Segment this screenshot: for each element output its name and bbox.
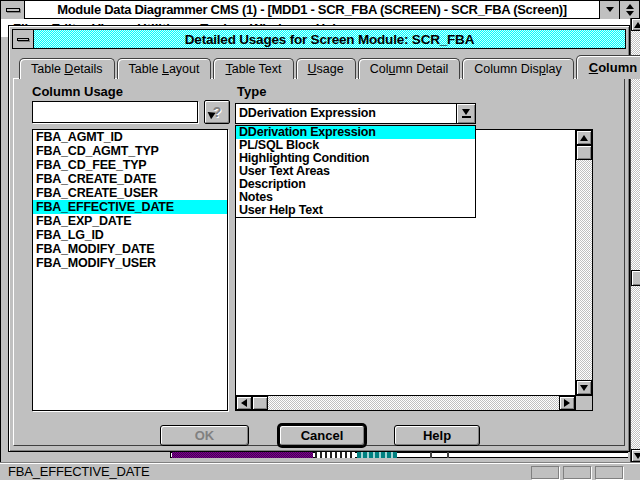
list-item[interactable]: FBA_CD_AGMT_TYP bbox=[33, 144, 227, 158]
question-pointer-icon: ? bbox=[213, 104, 222, 120]
type-dropdown-list: DDerivation Expression PL/SQL Block High… bbox=[235, 125, 476, 218]
dropdown-arrow-underline bbox=[462, 116, 471, 118]
background-tick bbox=[430, 452, 432, 458]
list-item[interactable]: FBA_CREATE_USER bbox=[33, 186, 227, 200]
dropdown-option[interactable]: User Help Text bbox=[236, 204, 475, 217]
restore-button[interactable] bbox=[619, 1, 639, 19]
app-title: Module Data Diagrammer CMS (1) - [MDD1 -… bbox=[25, 2, 599, 17]
scroll-right-button[interactable] bbox=[559, 396, 575, 410]
scroll-right-icon bbox=[564, 399, 570, 407]
background-window-strip bbox=[0, 452, 640, 459]
column-usage-input[interactable] bbox=[32, 101, 198, 123]
tab-strip: Table Details Table Layout Table Text Us… bbox=[19, 55, 625, 79]
mdi-scroll-thumb[interactable] bbox=[631, 270, 640, 286]
status-cell bbox=[563, 466, 591, 479]
background-tick bbox=[447, 452, 449, 458]
app-titlebar: Module Data Diagrammer CMS (1) - [MDD1 -… bbox=[1, 1, 639, 19]
text-vertical-scrollbar[interactable] bbox=[575, 130, 592, 395]
dropdown-arrow-icon bbox=[462, 109, 470, 115]
cancel-button[interactable]: Cancel bbox=[279, 425, 365, 446]
column-text-panel: Column Usage ? FBA_AGMT_ID FBA_CD_AGMT_T… bbox=[13, 78, 625, 446]
status-text: FBA_EFFECTIVE_DATE bbox=[0, 464, 149, 479]
type-combobox-dropdown-button[interactable] bbox=[456, 104, 475, 123]
scroll-left-icon bbox=[241, 399, 247, 407]
background-purple-segment bbox=[172, 452, 313, 458]
status-bar: FBA_EFFECTIVE_DATE bbox=[0, 462, 640, 480]
system-menu-icon bbox=[17, 38, 29, 41]
scroll-up-icon bbox=[580, 135, 588, 141]
tab-column-detail[interactable]: Column Detail bbox=[358, 58, 461, 79]
type-combobox-value: DDerivation Expression bbox=[236, 104, 456, 123]
dialog-titlebar-fill: Detailed Usages for Screen Module: SCR_F… bbox=[34, 29, 626, 49]
status-cell bbox=[595, 466, 623, 479]
help-button[interactable]: Help bbox=[394, 425, 480, 446]
system-menu-icon bbox=[6, 8, 20, 12]
mdi-scroll-up-button[interactable] bbox=[631, 18, 640, 31]
detailed-usages-dialog: Detailed Usages for Screen Module: SCR_F… bbox=[8, 25, 630, 452]
tab-column-display[interactable]: Column Display bbox=[462, 58, 574, 79]
list-item[interactable]: FBA_MODIFY_USER bbox=[33, 256, 227, 270]
list-of-values-button[interactable]: ? bbox=[204, 100, 230, 124]
background-text-segment bbox=[315, 452, 355, 458]
type-combobox[interactable]: DDerivation Expression bbox=[235, 103, 476, 124]
scroll-up-icon bbox=[634, 22, 640, 28]
tab-table-details[interactable]: Table Details bbox=[19, 58, 115, 79]
list-item-selected[interactable]: FBA_EFFECTIVE_DATE bbox=[33, 200, 227, 214]
scroll-left-button[interactable] bbox=[236, 396, 252, 410]
status-cell bbox=[531, 466, 559, 479]
app-window: Module Data Diagrammer CMS (1) - [MDD1 -… bbox=[0, 0, 640, 480]
tab-column-text[interactable]: Column Text bbox=[576, 55, 640, 79]
restore-down-icon bbox=[626, 11, 634, 16]
scrollbar-corner bbox=[575, 395, 592, 410]
background-teal-segment bbox=[357, 452, 397, 458]
column-usage-list[interactable]: FBA_AGMT_ID FBA_CD_AGMT_TYP FBA_CD_FEE_T… bbox=[32, 129, 228, 411]
ok-button: OK bbox=[160, 425, 249, 446]
list-item[interactable]: FBA_EXP_DATE bbox=[33, 214, 227, 228]
scroll-down-icon bbox=[580, 385, 588, 391]
restore-up-icon bbox=[626, 4, 634, 9]
type-label: Type bbox=[237, 84, 266, 99]
dialog-system-menu-button[interactable] bbox=[12, 29, 34, 49]
list-item[interactable]: FBA_MODIFY_DATE bbox=[33, 242, 227, 256]
tab-table-layout[interactable]: Table Layout bbox=[117, 58, 212, 79]
minimize-icon bbox=[606, 7, 614, 12]
dialog-title: Detailed Usages for Screen Module: SCR_F… bbox=[185, 32, 474, 47]
column-usage-label: Column Usage bbox=[32, 84, 123, 99]
tab-table-text[interactable]: Table Text bbox=[213, 58, 293, 79]
mdi-vertical-scrollbar[interactable] bbox=[630, 18, 640, 462]
list-item[interactable]: FBA_AGMT_ID bbox=[33, 130, 227, 144]
list-item[interactable]: FBA_LG_ID bbox=[33, 228, 227, 242]
dialog-titlebar: Detailed Usages for Screen Module: SCR_F… bbox=[12, 29, 626, 49]
scroll-up-button[interactable] bbox=[576, 130, 592, 145]
vertical-scroll-thumb[interactable] bbox=[576, 145, 592, 160]
horizontal-scroll-thumb[interactable] bbox=[252, 396, 268, 410]
scroll-down-button[interactable] bbox=[576, 380, 592, 395]
app-system-menu-button[interactable] bbox=[1, 1, 25, 19]
list-item[interactable]: FBA_CREATE_DATE bbox=[33, 172, 227, 186]
minimize-button[interactable] bbox=[599, 1, 619, 19]
list-item[interactable]: FBA_CD_FEE_TYP bbox=[33, 158, 227, 172]
tab-usage[interactable]: Usage bbox=[296, 58, 356, 79]
text-horizontal-scrollbar[interactable] bbox=[236, 395, 575, 410]
